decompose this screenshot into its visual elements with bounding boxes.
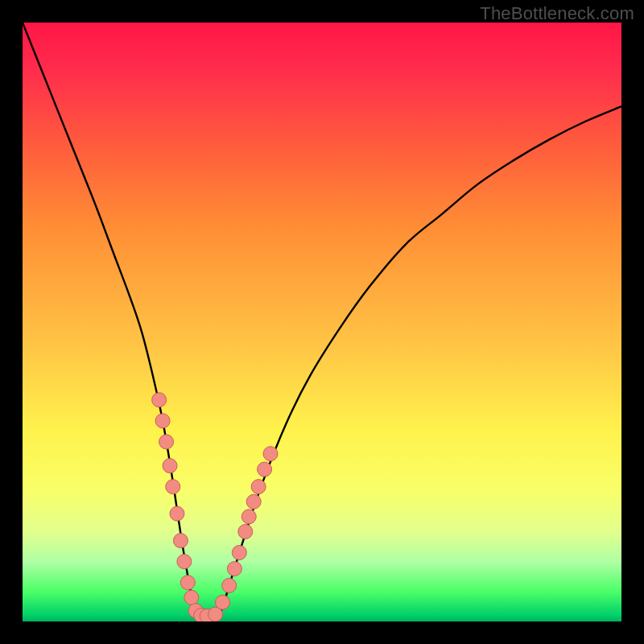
marker-dot	[177, 555, 192, 569]
watermark-text: TheBottleneck.com	[480, 3, 634, 24]
marker-dot	[222, 578, 237, 592]
marker-dot	[155, 414, 170, 428]
marker-dot	[173, 534, 188, 548]
marker-dot	[159, 435, 174, 449]
marker-dot	[227, 562, 242, 576]
marker-dot	[232, 545, 246, 559]
marker-dot	[251, 480, 266, 494]
marker-dot	[263, 447, 278, 461]
marker-dot	[246, 494, 261, 509]
marker-dot	[184, 590, 199, 605]
plot-area	[23, 23, 621, 621]
marker-dot	[216, 595, 230, 609]
marker-dot	[166, 480, 180, 494]
marker-dot	[258, 462, 272, 477]
marker-dot	[163, 459, 177, 473]
marker-dot	[152, 393, 167, 407]
chart-frame: TheBottleneck.com	[0, 0, 644, 644]
marker-dot	[180, 576, 195, 590]
marker-dots	[23, 23, 621, 621]
marker-dot	[170, 506, 184, 521]
marker-dot	[238, 524, 253, 539]
marker-dot	[242, 510, 256, 524]
